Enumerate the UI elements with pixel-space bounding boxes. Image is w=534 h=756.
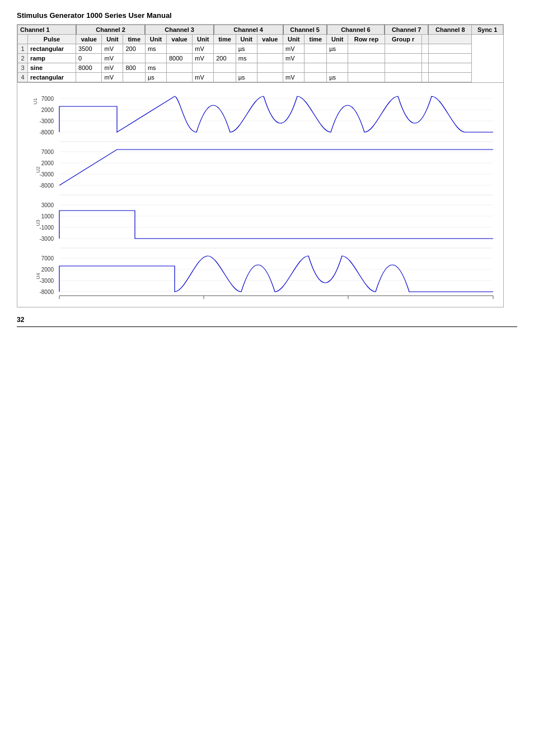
- u1-tick1: -8000: [39, 129, 54, 136]
- rowrep-header: Row rep: [348, 35, 385, 44]
- parameter-table: Channel 1 Channel 2 Channel 3 Channel 4 …: [17, 24, 504, 82]
- pulse-4: rectangular: [28, 73, 76, 82]
- extra1: [421, 35, 428, 44]
- pulse-2: ramp: [28, 54, 76, 63]
- pulse-3: sine: [28, 63, 76, 73]
- pulse-header: Pulse: [28, 35, 76, 44]
- ch1-tunit-2: [145, 54, 166, 63]
- ch3-time-3: [305, 63, 327, 73]
- ch1-tunit-3: ms: [145, 63, 166, 73]
- u3-tick2: -1000: [39, 225, 54, 231]
- channel1-header: Channel 1: [18, 25, 76, 35]
- ch3-tunit-header: Unit: [327, 35, 348, 44]
- page-number: 32: [17, 316, 517, 324]
- u3-label: U3: [35, 220, 41, 226]
- u3-signal: [59, 211, 493, 239]
- u2-tick4: 7000: [41, 149, 54, 155]
- ch1-value-3: 8000: [76, 63, 102, 73]
- ch3-unit-3: [283, 63, 305, 73]
- table-row: 2 ramp 0 mV 8000 mV 200 ms mV: [18, 54, 503, 63]
- u1-panel: 7000 2000 -3000 -8000 U1: [32, 96, 493, 142]
- bottom-rule: [17, 326, 517, 327]
- ch1-tunit-4: µs: [145, 73, 166, 82]
- ch2-time-3: [214, 63, 236, 73]
- groupr-3: [385, 63, 421, 73]
- u2-tick2: -3000: [39, 171, 54, 178]
- ch3-unit-2: mV: [283, 54, 305, 63]
- ch3-value-3: [257, 63, 283, 73]
- table-row: 1 rectangular 3500 mV 200 ms mV µs mV µs: [18, 44, 503, 54]
- ch2-time-header: time: [214, 35, 236, 44]
- ch1-unit-3: mV: [102, 63, 123, 73]
- channel3-header: Channel 3: [145, 25, 213, 35]
- ch1-value-header: value: [76, 35, 102, 44]
- page-title: Stimulus Generator 1000 Series User Manu…: [17, 11, 517, 20]
- ch2-unit-2: mV: [193, 54, 214, 63]
- u3-tick4: 3000: [41, 202, 54, 208]
- rowrep-2: [348, 54, 385, 63]
- u3-tick3: 1000: [41, 213, 54, 220]
- ch2-unit-header: Unit: [193, 35, 214, 44]
- ch2-value-1: [166, 44, 192, 54]
- ch2-unit-1: mV: [193, 44, 214, 54]
- ch2-tunit-header: Unit: [236, 35, 257, 44]
- ch2-unit-4: mV: [193, 73, 214, 82]
- u4-tick4: 7000: [41, 255, 54, 262]
- extra2: [428, 35, 472, 44]
- ch3-unit-1: mV: [283, 44, 305, 54]
- ch2-tunit-2: ms: [236, 54, 257, 63]
- extra2-3: [428, 63, 472, 73]
- u1-label: U1: [32, 98, 38, 105]
- ch2-unit-3: [193, 63, 214, 73]
- time-label-0: 00:00:00:000: [43, 301, 76, 301]
- ch2-time-1: [214, 44, 236, 54]
- ch2-value-4: [166, 73, 192, 82]
- chart-area: 7000 2000 -3000 -8000 U1 700: [17, 82, 504, 307]
- ch3-time-1: [305, 44, 327, 54]
- extra1-1: [421, 44, 428, 54]
- ch1-tunit-header: Unit: [145, 35, 166, 44]
- time-label-3: 00:00:01:500: [477, 301, 499, 301]
- ch1-tunit-1: ms: [145, 44, 166, 54]
- u4-tick2: -3000: [39, 278, 54, 284]
- u1-signal: [59, 96, 493, 132]
- ch3-tunit-4: µs: [327, 73, 348, 82]
- row-num-2: 2: [18, 54, 28, 63]
- extra1-4: [421, 73, 428, 82]
- ch3-value-4: [257, 73, 283, 82]
- u2-tick1: -8000: [39, 183, 54, 189]
- ch2-value-2: 8000: [166, 54, 192, 63]
- ch1-time-header: time: [123, 35, 146, 44]
- ch3-value-2: [257, 54, 283, 63]
- groupr-2: [385, 54, 421, 63]
- x-axis: 00:00:00:000 00:00:00:500 00:00:01:000 0…: [43, 296, 499, 301]
- u4-tick1: -8000: [39, 289, 54, 295]
- groupr-4: [385, 73, 421, 82]
- u4-panel: 7000 2000 -3000 -8000 U4: [35, 255, 493, 295]
- rowrep-1: [348, 44, 385, 54]
- channel7-header: Channel 7: [385, 25, 428, 35]
- ch2-tunit-3: [236, 63, 257, 73]
- ch1-unit-4: mV: [102, 73, 123, 82]
- ch1-unit-header: Unit: [102, 35, 123, 44]
- row-num-3: 3: [18, 63, 28, 73]
- sync1-header: Sync 1: [472, 25, 503, 35]
- ch3-unit-4: mV: [283, 73, 305, 82]
- u2-tick3: 2000: [41, 160, 54, 166]
- row-num-header: [18, 35, 28, 44]
- channel6-header: Channel 6: [327, 25, 385, 35]
- u2-panel: 7000 2000 -3000 -8000 U2: [35, 149, 493, 195]
- channel2-header: Channel 2: [76, 25, 146, 35]
- ch1-time-2: [123, 54, 146, 63]
- ch3-tunit-1: µs: [327, 44, 348, 54]
- pulse-1: rectangular: [28, 44, 76, 54]
- ch1-value-2: 0: [76, 54, 102, 63]
- u3-tick1: -3000: [39, 236, 54, 242]
- ch1-time-1: 200: [123, 44, 146, 54]
- ch1-unit-1: mV: [102, 44, 123, 54]
- ch3-tunit-3: [327, 63, 348, 73]
- ch2-tunit-4: µs: [236, 73, 257, 82]
- ch3-tunit-2: [327, 54, 348, 63]
- table-row: 3 sine 8000 mV 800 ms: [18, 63, 503, 73]
- extra1-3: [421, 63, 428, 73]
